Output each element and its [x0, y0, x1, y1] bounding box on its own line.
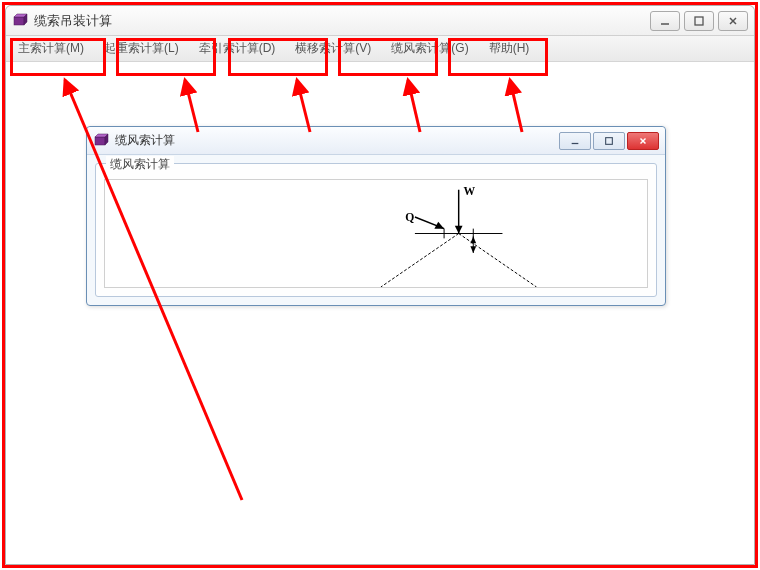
svg-rect-7	[95, 137, 105, 145]
close-button[interactable]	[718, 11, 748, 31]
svg-rect-4	[695, 17, 703, 25]
main-window-controls	[650, 11, 748, 31]
main-window: 缆索吊装计算 主索计算(M) 起重索计算(L) 牵引索计算(D) 横移索计算(V…	[5, 5, 755, 565]
inner-app-icon	[93, 133, 109, 149]
svg-text:Q: Q	[405, 211, 414, 224]
menu-traction-cable[interactable]: 牵引索计算(D)	[189, 36, 286, 61]
menu-transverse-cable[interactable]: 横移索计算(V)	[285, 36, 381, 61]
app-icon	[12, 13, 28, 29]
main-window-title: 缆索吊装计算	[34, 12, 650, 30]
svg-marker-15	[455, 226, 463, 234]
group-label: 缆风索计算	[106, 156, 174, 173]
diagram-area: W Q	[104, 179, 648, 288]
svg-text:W: W	[464, 185, 476, 198]
maximize-button[interactable]	[684, 11, 714, 31]
menubar: 主索计算(M) 起重索计算(L) 牵引索计算(D) 横移索计算(V) 缆风索计算…	[6, 36, 754, 62]
menu-help[interactable]: 帮助(H)	[479, 36, 540, 61]
main-titlebar: 缆索吊装计算	[6, 6, 754, 36]
svg-marker-27	[470, 246, 476, 253]
inner-body: 缆风索计算 W Q	[87, 155, 665, 305]
svg-rect-11	[606, 137, 613, 144]
inner-close-button[interactable]	[627, 132, 659, 150]
inner-maximize-button[interactable]	[593, 132, 625, 150]
svg-rect-0	[14, 17, 24, 25]
svg-line-24	[459, 234, 537, 288]
inner-window-title: 缆风索计算	[115, 132, 557, 149]
minimize-button[interactable]	[650, 11, 680, 31]
menu-wind-cable[interactable]: 缆风索计算(G)	[381, 36, 478, 61]
inner-minimize-button[interactable]	[559, 132, 591, 150]
inner-titlebar: 缆风索计算	[87, 127, 665, 155]
cable-diagram-svg: W Q	[105, 180, 647, 287]
menu-lifting-cable[interactable]: 起重索计算(L)	[94, 36, 189, 61]
menu-main-cable[interactable]: 主索计算(M)	[8, 36, 94, 61]
inner-window: 缆风索计算 缆风索计算 W	[86, 126, 666, 306]
svg-line-23	[381, 234, 459, 288]
group-box: 缆风索计算 W Q	[95, 163, 657, 297]
svg-marker-26	[470, 236, 476, 243]
